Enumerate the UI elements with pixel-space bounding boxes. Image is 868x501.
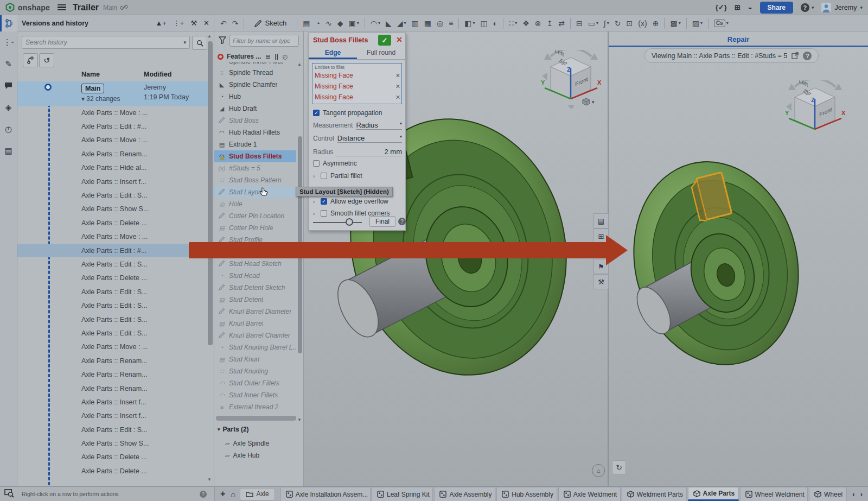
move-face-button[interactable]: ↥: [545, 18, 556, 28]
sketch-button[interactable]: Sketch: [250, 17, 291, 29]
version-history-row[interactable]: Axle Parts :: Delete ...: [17, 451, 208, 464]
graph-view-toggle[interactable]: [23, 53, 38, 67]
composite-curve-button[interactable]: ∫▾: [602, 18, 611, 28]
scroll-up-icon[interactable]: ▲: [207, 34, 212, 39]
extrude-button[interactable]: ▤: [301, 18, 312, 28]
version-history-row[interactable]: Axle Parts :: Show S...: [17, 436, 208, 450]
version-history-row[interactable]: Axle Parts :: Renam...: [17, 354, 208, 367]
derived-button[interactable]: ▩▾: [668, 18, 682, 28]
feature-item-hole[interactable]: ◎Hole: [214, 198, 296, 210]
version-history-row[interactable]: Axle Parts :: Renam...: [17, 382, 208, 395]
release-management-icon[interactable]: ✎: [3, 59, 14, 69]
feature-item-stud-knurling[interactable]: ∷Stud Knurling: [214, 365, 296, 377]
accept-button[interactable]: ✓: [378, 35, 391, 46]
share-button[interactable]: Share: [760, 2, 793, 14]
version-history-row[interactable]: Axle Parts :: Move : ...: [17, 134, 208, 147]
parts-section-header[interactable]: ▾ Parts (2): [218, 426, 249, 433]
tools-panel-button[interactable]: ⚒: [593, 274, 609, 289]
feature-item-spindle-inner-fillet[interactable]: ◠Spindle Inner Fillet: [214, 62, 296, 67]
version-history-row[interactable]: Axle Parts :: Move : ...: [17, 106, 208, 119]
version-history-row[interactable]: Axle Parts :: Insert f...: [17, 409, 208, 423]
help-icon[interactable]: ?: [803, 52, 812, 60]
create-version-rail-icon[interactable]: ⋮+: [3, 37, 14, 48]
view-options-button[interactable]: ▾: [582, 98, 595, 106]
manage-versions-icon[interactable]: ⚒: [190, 19, 197, 27]
circular-pattern-button[interactable]: ❖: [520, 18, 532, 28]
redo-button[interactable]: ↷: [230, 18, 241, 28]
breadcrumb-folder-axle[interactable]: Axle: [240, 488, 275, 500]
insert-feature-icon[interactable]: ⊞: [265, 53, 270, 60]
home-icon[interactable]: ⌂: [231, 490, 235, 499]
mate-connector-button[interactable]: ⊕: [650, 18, 661, 28]
document-tab-hub-assembly[interactable]: Hub Assembly: [496, 487, 557, 501]
undo-button[interactable]: ↶: [218, 18, 229, 28]
document-tab-leaf-spring-kit[interactable]: Leaf Spring Kit: [372, 487, 433, 501]
remove-entity-icon[interactable]: ✕: [395, 94, 400, 101]
feature-item-knurl-barrel[interactable]: ▤Knurl Barrel: [214, 318, 296, 329]
version-history-row[interactable]: Axle Parts :: Renam...: [17, 147, 208, 161]
workspace-branch-label[interactable]: Main: [103, 4, 117, 11]
version-history-row[interactable]: Axle Parts :: Edit : #...: [17, 119, 208, 133]
feature-item-external-thread-2[interactable]: ≡External thread 2: [214, 401, 296, 413]
create-branch-icon[interactable]: ⋮+: [173, 19, 184, 27]
document-tab-wheel-weldment[interactable]: Wheel Weldment: [740, 487, 808, 501]
app-store-icon[interactable]: ⊞: [735, 3, 741, 11]
import-button[interactable]: ⊡: [624, 18, 635, 28]
version-history-row[interactable]: Axle Parts :: Insert f...: [17, 395, 208, 409]
expand-icon[interactable]: ›: [313, 211, 317, 217]
rollback-slider[interactable]: [313, 222, 362, 223]
properties-table-icon[interactable]: ▤: [3, 145, 14, 156]
entity-missing-face[interactable]: Missing Face✕: [315, 81, 400, 92]
scroll-up-icon[interactable]: ▲: [297, 62, 302, 67]
thicken-button[interactable]: ▣▾: [346, 18, 361, 28]
version-history-row[interactable]: Axle Parts :: Edit : #...: [17, 244, 208, 257]
feature-item-hub[interactable]: ◔Hub: [214, 91, 296, 103]
expand-icon[interactable]: ›: [313, 199, 317, 205]
final-button[interactable]: Final: [369, 216, 395, 227]
entities-to-fillet-box[interactable]: Entities to fillet Missing Face✕ Missing…: [312, 63, 402, 104]
fillet-button[interactable]: ◠▾: [368, 18, 382, 28]
versions-rail-button-active[interactable]: [0, 15, 17, 31]
feature-item-stud-inner-fillets[interactable]: ◠Stud Inner Fillets: [214, 389, 296, 401]
filter-icon[interactable]: [219, 36, 226, 44]
expand-icon[interactable]: ›: [313, 173, 317, 179]
helix-button[interactable]: ↻: [612, 18, 623, 28]
rollback-slider-knob[interactable]: [346, 218, 353, 226]
appearance-panel-button[interactable]: ▤: [593, 213, 609, 229]
tab-repair[interactable]: Repair: [609, 33, 868, 46]
help-icon[interactable]: ?: [398, 218, 406, 225]
document-tab-axle-weldment[interactable]: Axle Weldment: [558, 487, 621, 501]
shell-button[interactable]: ▦: [422, 18, 433, 28]
feature-item-studs-5[interactable]: (x)#Studs = 5: [214, 162, 296, 174]
version-history-row[interactable]: Axle Parts :: Edit : S...: [17, 285, 208, 299]
version-history-row[interactable]: Axle Parts :: Edit : S...: [17, 299, 208, 312]
part-item-axle-spindle[interactable]: ▱ Axle Spindle: [225, 437, 269, 449]
version-changes-toggle[interactable]: ▾ 32 changes: [81, 95, 120, 103]
onshape-logo[interactable]: onshape: [5, 3, 50, 12]
version-history-row[interactable]: Axle Parts :: Delete ...: [17, 464, 208, 478]
hole-button[interactable]: ◎: [435, 18, 445, 28]
feature-item-stud-boss[interactable]: Stud Boss: [214, 115, 296, 126]
main-menu-icon[interactable]: [58, 4, 66, 11]
feature-item-stud-head-sketch[interactable]: Stud Head Sketch: [214, 258, 296, 270]
asymmetric-checkbox[interactable]: Asymmetric: [313, 160, 357, 167]
feature-item-cotter-pin-hole[interactable]: ▤Cotter Pin Hole: [214, 222, 296, 234]
learning-center-icon[interactable]: ◒: [748, 3, 752, 11]
feature-horizontal-scrollbar[interactable]: [216, 416, 296, 421]
feature-item-cotter-pin-location[interactable]: Cotter Pin Location: [214, 210, 296, 222]
version-history-row[interactable]: Axle Parts :: Delete ...: [17, 216, 208, 230]
share-link-icon[interactable]: [120, 4, 127, 11]
preview-magnifier-icon[interactable]: [4, 489, 14, 498]
version-history-row[interactable]: Axle Parts :: Edit : S...: [17, 423, 208, 436]
split-part-button[interactable]: ⊟: [574, 18, 585, 28]
rollback-timer-icon[interactable]: ◴: [283, 53, 288, 60]
custom-features-button[interactable]: Cs▾: [712, 18, 731, 28]
open-external-icon[interactable]: [792, 52, 799, 59]
sweep-button[interactable]: ∿: [323, 18, 334, 28]
create-version-icon[interactable]: ▲+: [155, 19, 166, 27]
entity-missing-face[interactable]: Missing Face✕: [315, 70, 400, 81]
radius-input[interactable]: Radius 2 mm: [313, 148, 402, 156]
mirror-button[interactable]: ◐: [491, 18, 500, 28]
document-tab-axle-assembly[interactable]: Axle Assembly: [434, 487, 495, 501]
feature-filter-input[interactable]: Filter by name or type: [229, 35, 299, 47]
